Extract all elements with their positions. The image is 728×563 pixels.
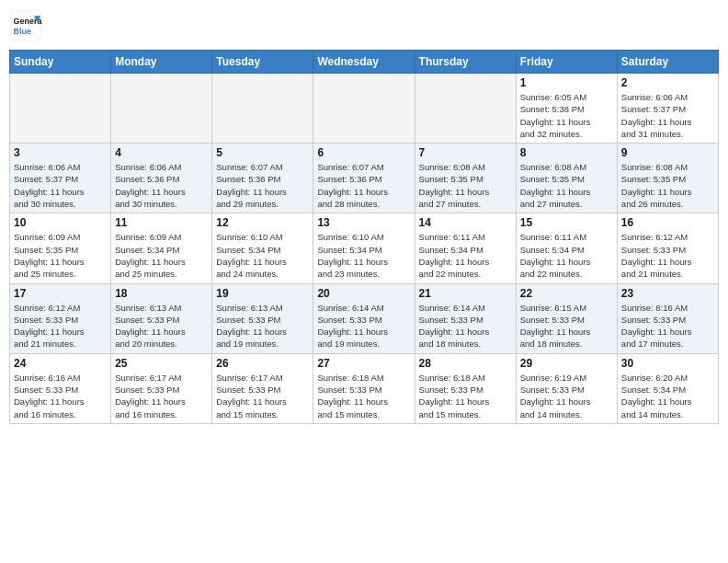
day-number: 6 (317, 146, 410, 159)
day-info: Sunrise: 6:08 AM Sunset: 5:35 PM Dayligh… (621, 161, 714, 210)
day-info: Sunrise: 6:14 AM Sunset: 5:33 PM Dayligh… (419, 302, 512, 350)
day-number: 29 (520, 357, 613, 370)
calendar-cell: 9Sunrise: 6:08 AM Sunset: 5:35 PM Daylig… (617, 144, 718, 213)
weekday-header-wednesday: Wednesday (313, 51, 415, 74)
day-info: Sunrise: 6:08 AM Sunset: 5:35 PM Dayligh… (419, 161, 512, 210)
day-number: 27 (317, 357, 410, 370)
logo: General Blue (9, 9, 42, 42)
day-info: Sunrise: 6:14 AM Sunset: 5:33 PM Dayligh… (317, 302, 410, 350)
calendar-cell: 19Sunrise: 6:13 AM Sunset: 5:33 PM Dayli… (212, 283, 313, 353)
day-info: Sunrise: 6:18 AM Sunset: 5:33 PM Dayligh… (419, 372, 512, 420)
day-info: Sunrise: 6:11 AM Sunset: 5:34 PM Dayligh… (520, 231, 613, 280)
calendar-cell (212, 74, 313, 144)
calendar-cell (415, 74, 516, 144)
calendar-cell: 15Sunrise: 6:11 AM Sunset: 5:34 PM Dayli… (516, 213, 617, 283)
day-info: Sunrise: 6:05 AM Sunset: 5:38 PM Dayligh… (520, 91, 613, 140)
day-number: 21 (419, 287, 512, 300)
logo-icon: General Blue (9, 9, 42, 42)
weekday-header-thursday: Thursday (415, 51, 516, 74)
day-number: 13 (317, 216, 410, 229)
day-number: 20 (317, 287, 410, 300)
day-info: Sunrise: 6:11 AM Sunset: 5:34 PM Dayligh… (419, 231, 512, 280)
day-number: 18 (115, 287, 208, 300)
calendar-cell: 23Sunrise: 6:16 AM Sunset: 5:33 PM Dayli… (617, 283, 718, 353)
day-number: 16 (621, 216, 714, 229)
day-info: Sunrise: 6:06 AM Sunset: 5:36 PM Dayligh… (115, 161, 208, 210)
calendar-cell: 14Sunrise: 6:11 AM Sunset: 5:34 PM Dayli… (415, 213, 516, 283)
calendar-cell: 27Sunrise: 6:18 AM Sunset: 5:33 PM Dayli… (313, 353, 415, 423)
svg-text:Blue: Blue (14, 27, 32, 36)
calendar-cell: 4Sunrise: 6:06 AM Sunset: 5:36 PM Daylig… (111, 144, 212, 213)
day-info: Sunrise: 6:18 AM Sunset: 5:33 PM Dayligh… (317, 372, 410, 420)
calendar-cell: 8Sunrise: 6:08 AM Sunset: 5:35 PM Daylig… (516, 144, 617, 213)
calendar: SundayMondayTuesdayWednesdayThursdayFrid… (9, 50, 719, 424)
page: General Blue SundayMondayTuesdayWednesda… (0, 0, 728, 433)
day-number: 2 (621, 76, 714, 89)
calendar-cell: 22Sunrise: 6:15 AM Sunset: 5:33 PM Dayli… (516, 283, 617, 353)
weekday-header-friday: Friday (516, 51, 617, 74)
day-number: 3 (14, 146, 107, 159)
day-info: Sunrise: 6:09 AM Sunset: 5:34 PM Dayligh… (115, 231, 208, 280)
day-info: Sunrise: 6:17 AM Sunset: 5:33 PM Dayligh… (216, 372, 309, 420)
day-number: 4 (115, 146, 208, 159)
day-number: 25 (115, 357, 208, 370)
day-number: 22 (520, 287, 613, 300)
day-number: 23 (621, 287, 714, 300)
calendar-week-3: 10Sunrise: 6:09 AM Sunset: 5:35 PM Dayli… (10, 213, 719, 283)
day-info: Sunrise: 6:20 AM Sunset: 5:34 PM Dayligh… (621, 372, 714, 420)
day-info: Sunrise: 6:07 AM Sunset: 5:36 PM Dayligh… (216, 161, 309, 210)
day-number: 7 (419, 146, 512, 159)
day-info: Sunrise: 6:16 AM Sunset: 5:33 PM Dayligh… (621, 302, 714, 350)
day-info: Sunrise: 6:10 AM Sunset: 5:34 PM Dayligh… (216, 231, 309, 280)
calendar-cell: 29Sunrise: 6:19 AM Sunset: 5:33 PM Dayli… (516, 353, 617, 423)
day-info: Sunrise: 6:13 AM Sunset: 5:33 PM Dayligh… (216, 302, 309, 350)
day-info: Sunrise: 6:06 AM Sunset: 5:37 PM Dayligh… (14, 161, 107, 210)
day-number: 12 (216, 216, 309, 229)
weekday-header-row: SundayMondayTuesdayWednesdayThursdayFrid… (10, 51, 719, 74)
day-info: Sunrise: 6:16 AM Sunset: 5:33 PM Dayligh… (14, 372, 107, 420)
header: General Blue (9, 9, 719, 42)
weekday-header-sunday: Sunday (10, 51, 111, 74)
calendar-cell: 1Sunrise: 6:05 AM Sunset: 5:38 PM Daylig… (516, 74, 617, 144)
calendar-cell: 3Sunrise: 6:06 AM Sunset: 5:37 PM Daylig… (10, 144, 111, 213)
calendar-cell: 28Sunrise: 6:18 AM Sunset: 5:33 PM Dayli… (415, 353, 516, 423)
weekday-header-saturday: Saturday (617, 51, 718, 74)
calendar-cell: 5Sunrise: 6:07 AM Sunset: 5:36 PM Daylig… (212, 144, 313, 213)
calendar-cell: 10Sunrise: 6:09 AM Sunset: 5:35 PM Dayli… (10, 213, 111, 283)
day-info: Sunrise: 6:15 AM Sunset: 5:33 PM Dayligh… (520, 302, 613, 350)
day-info: Sunrise: 6:09 AM Sunset: 5:35 PM Dayligh… (14, 231, 107, 280)
day-info: Sunrise: 6:17 AM Sunset: 5:33 PM Dayligh… (115, 372, 208, 420)
day-number: 26 (216, 357, 309, 370)
calendar-week-2: 3Sunrise: 6:06 AM Sunset: 5:37 PM Daylig… (10, 144, 719, 213)
calendar-week-5: 24Sunrise: 6:16 AM Sunset: 5:33 PM Dayli… (10, 353, 719, 423)
calendar-cell: 21Sunrise: 6:14 AM Sunset: 5:33 PM Dayli… (415, 283, 516, 353)
day-number: 19 (216, 287, 309, 300)
calendar-cell: 7Sunrise: 6:08 AM Sunset: 5:35 PM Daylig… (415, 144, 516, 213)
calendar-cell (313, 74, 415, 144)
calendar-cell: 2Sunrise: 6:06 AM Sunset: 5:37 PM Daylig… (617, 74, 718, 144)
day-number: 10 (14, 216, 107, 229)
day-number: 9 (621, 146, 714, 159)
day-info: Sunrise: 6:06 AM Sunset: 5:37 PM Dayligh… (621, 91, 714, 140)
calendar-cell: 30Sunrise: 6:20 AM Sunset: 5:34 PM Dayli… (617, 353, 718, 423)
day-info: Sunrise: 6:12 AM Sunset: 5:33 PM Dayligh… (621, 231, 714, 280)
day-info: Sunrise: 6:07 AM Sunset: 5:36 PM Dayligh… (317, 161, 410, 210)
calendar-cell: 26Sunrise: 6:17 AM Sunset: 5:33 PM Dayli… (212, 353, 313, 423)
day-number: 24 (14, 357, 107, 370)
calendar-cell: 18Sunrise: 6:13 AM Sunset: 5:33 PM Dayli… (111, 283, 212, 353)
calendar-week-1: 1Sunrise: 6:05 AM Sunset: 5:38 PM Daylig… (10, 74, 719, 144)
weekday-header-monday: Monday (111, 51, 212, 74)
day-number: 28 (419, 357, 512, 370)
calendar-cell: 24Sunrise: 6:16 AM Sunset: 5:33 PM Dayli… (10, 353, 111, 423)
day-info: Sunrise: 6:19 AM Sunset: 5:33 PM Dayligh… (520, 372, 613, 420)
day-number: 1 (520, 76, 613, 89)
day-number: 5 (216, 146, 309, 159)
day-number: 30 (621, 357, 714, 370)
calendar-cell: 6Sunrise: 6:07 AM Sunset: 5:36 PM Daylig… (313, 144, 415, 213)
calendar-cell: 16Sunrise: 6:12 AM Sunset: 5:33 PM Dayli… (617, 213, 718, 283)
day-number: 17 (14, 287, 107, 300)
calendar-cell: 13Sunrise: 6:10 AM Sunset: 5:34 PM Dayli… (313, 213, 415, 283)
day-info: Sunrise: 6:10 AM Sunset: 5:34 PM Dayligh… (317, 231, 410, 280)
day-number: 11 (115, 216, 208, 229)
calendar-cell (10, 74, 111, 144)
